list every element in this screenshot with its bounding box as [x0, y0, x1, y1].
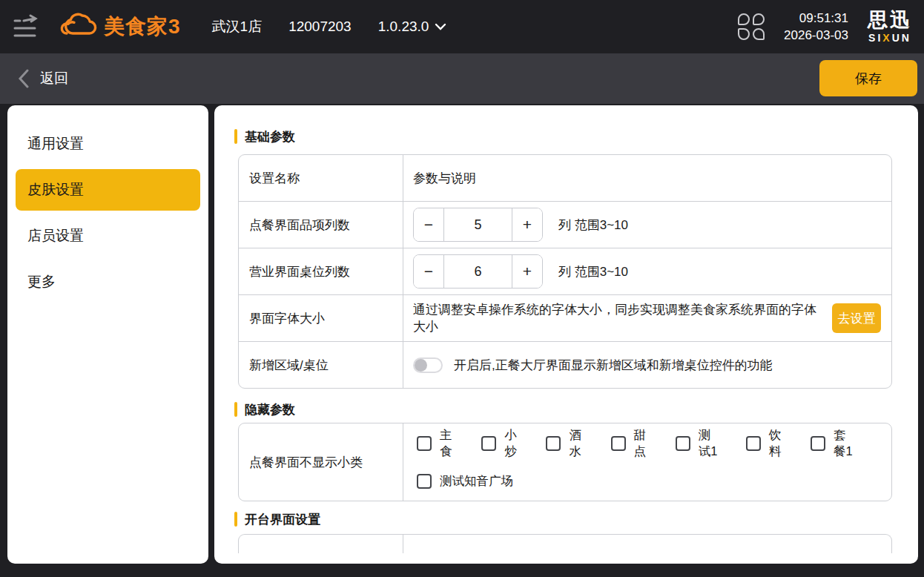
- open-table-settings-table: [238, 534, 892, 553]
- table-row-item-columns: 点餐界面品项列数 − 5 + 列 范围3~10: [239, 201, 891, 248]
- checkbox-icon: [417, 474, 432, 489]
- section-hidden-params: 隐藏参数: [234, 400, 918, 418]
- top-bar: 美食家3 武汉1店 12007203 1.0.23.0 09:51:31 202…: [0, 0, 924, 53]
- plus-button[interactable]: +: [512, 208, 542, 241]
- checkbox-category-5[interactable]: 饮料: [746, 427, 786, 460]
- sixun-logo-cn: 思迅: [868, 10, 912, 30]
- apps-grid-icon[interactable]: [738, 13, 765, 40]
- section-open-table: 开台界面设置: [234, 510, 918, 528]
- section-basic-params: 基础参数: [234, 128, 918, 145]
- table-columns-stepper: − 6 +: [413, 254, 543, 288]
- sidebar-item-more[interactable]: 更多: [16, 261, 200, 303]
- chevron-down-icon: [435, 23, 446, 30]
- brand-logo: 美食家3: [59, 8, 181, 45]
- row-label: 点餐界面不显示小类: [239, 423, 403, 501]
- table-row-table-columns: 营业界面桌位列数 − 6 + 列 范围3~10: [239, 248, 891, 294]
- sidebar-item-general[interactable]: 通用设置: [16, 123, 200, 165]
- checkbox-icon: [417, 436, 432, 451]
- stepper-value: 5: [443, 208, 512, 241]
- checkbox-category-2[interactable]: 酒水: [546, 427, 586, 460]
- row-content: [403, 535, 891, 553]
- checkbox-icon: [811, 436, 825, 451]
- section-title: 开台界面设置: [245, 511, 320, 528]
- date-text: 2026-03-03: [784, 27, 848, 44]
- chevron-left-icon: [18, 69, 30, 88]
- minus-button[interactable]: −: [414, 255, 443, 288]
- row-label: 营业界面桌位列数: [239, 248, 403, 294]
- add-area-toggle[interactable]: [413, 357, 443, 373]
- section-title: 隐藏参数: [245, 401, 295, 418]
- row-label: 点餐界面品项列数: [239, 202, 403, 248]
- menu-icon[interactable]: [10, 12, 40, 42]
- section-accent-bar: [234, 129, 237, 144]
- settings-panel: 基础参数 设置名称 参数与说明 点餐界面品项列数 − 5 + 列 范围3~10: [214, 105, 918, 564]
- minus-button[interactable]: −: [414, 208, 443, 241]
- toggle-knob: [415, 359, 427, 372]
- checkbox-category-3[interactable]: 甜点: [611, 427, 651, 460]
- plus-button[interactable]: +: [512, 255, 542, 288]
- hidden-params-table: 点餐界面不显示小类 主食 小炒 酒水 甜点 测试1 饮料 套餐1 测试知音广场: [238, 423, 892, 501]
- brand-name: 美食家3: [104, 13, 181, 41]
- row-label: 新增区域/桌位: [239, 342, 403, 388]
- checkbox-icon: [481, 436, 496, 451]
- go-settings-button[interactable]: 去设置: [832, 303, 881, 333]
- section-accent-bar: [234, 512, 237, 527]
- section-accent-bar: [234, 402, 237, 417]
- table-row-hidden-categories: 点餐界面不显示小类 主食 小炒 酒水 甜点 测试1 饮料 套餐1 测试知音广场: [239, 423, 891, 501]
- range-hint: 列 范围3~10: [558, 217, 628, 234]
- stepper-value: 6: [443, 255, 512, 288]
- checkbox-icon: [546, 436, 561, 451]
- checkbox-category-1[interactable]: 小炒: [481, 427, 521, 460]
- row-label: 界面字体大小: [239, 295, 403, 341]
- store-code: 12007203: [288, 19, 352, 35]
- settings-sidebar: 通用设置 皮肤设置 店员设置 更多: [7, 105, 208, 564]
- checkbox-category-0[interactable]: 主食: [417, 427, 457, 460]
- sidebar-item-staff[interactable]: 店员设置: [16, 215, 200, 257]
- version-selector[interactable]: 1.0.23.0: [378, 19, 447, 35]
- back-button[interactable]: 返回: [10, 65, 76, 93]
- row-description: 开启后,正餐大厅界面显示新增区域和新增桌位控件的功能: [454, 357, 773, 374]
- col-header-desc: 参数与说明: [403, 155, 891, 201]
- time-text: 09:51:31: [784, 10, 848, 27]
- row-label: [239, 535, 403, 553]
- version-number: 1.0.23.0: [378, 19, 429, 35]
- table-row-font-size: 界面字体大小 通过调整安卓操作系统的字体大小，同步实现调整美食家系统界面的字体大…: [239, 294, 891, 341]
- checkbox-icon: [676, 436, 690, 451]
- col-header-name: 设置名称: [239, 155, 403, 201]
- row-description: 通过调整安卓操作系统的字体大小，同步实现调整美食家系统界面的字体大小: [413, 301, 828, 335]
- sixun-logo-en: SIXUN: [868, 33, 912, 43]
- sidebar-item-skin[interactable]: 皮肤设置: [16, 169, 200, 211]
- checkbox-category-7[interactable]: 测试知音广场: [417, 473, 513, 489]
- store-name: 武汉1店: [212, 17, 263, 36]
- checkbox-icon: [746, 436, 761, 451]
- checkbox-icon: [611, 436, 626, 451]
- sixun-logo: 思迅 SIXUN: [868, 10, 912, 43]
- cloud-logo-icon: [59, 8, 98, 45]
- checkbox-category-4[interactable]: 测试1: [676, 427, 722, 460]
- table-row-add-area-table: 新增区域/桌位 开启后,正餐大厅界面显示新增区域和新增桌位控件的功能: [239, 341, 891, 388]
- table-header-row: 设置名称 参数与说明: [239, 155, 891, 201]
- item-columns-stepper: − 5 +: [413, 208, 543, 242]
- clock: 09:51:31 2026-03-03: [784, 10, 848, 44]
- checkbox-category-6[interactable]: 套餐1: [811, 427, 857, 460]
- back-label: 返回: [40, 69, 68, 88]
- table-row: [239, 535, 891, 553]
- action-bar: 返回 保存: [0, 53, 924, 104]
- section-title: 基础参数: [245, 128, 295, 145]
- range-hint: 列 范围3~10: [558, 263, 628, 280]
- basic-params-table: 设置名称 参数与说明 点餐界面品项列数 − 5 + 列 范围3~10 营业界面桌…: [238, 154, 892, 389]
- save-button[interactable]: 保存: [819, 60, 917, 96]
